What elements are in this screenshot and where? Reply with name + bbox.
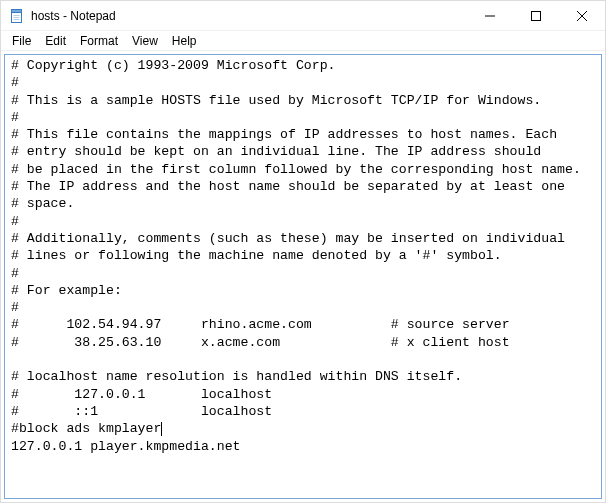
menu-edit[interactable]: Edit [38,32,73,50]
minimize-button[interactable] [467,1,513,30]
menu-file[interactable]: File [5,32,38,50]
close-button[interactable] [559,1,605,30]
maximize-button[interactable] [513,1,559,30]
svg-rect-6 [532,11,541,20]
notepad-icon [9,8,25,24]
menubar: File Edit Format View Help [1,31,605,51]
menu-help[interactable]: Help [165,32,204,50]
window-controls [467,1,605,30]
editor-area: # Copyright (c) 1993-2009 Microsoft Corp… [4,54,602,499]
window-title: hosts - Notepad [31,9,116,23]
titlebar[interactable]: hosts - Notepad [1,1,605,31]
menu-format[interactable]: Format [73,32,125,50]
text-caret [161,422,162,436]
menu-view[interactable]: View [125,32,165,50]
notepad-window: hosts - Notepad File Edit Format View He… [0,0,606,503]
text-editor[interactable]: # Copyright (c) 1993-2009 Microsoft Corp… [5,55,601,498]
editor-content-post: 127.0.0.1 player.kmpmedia.net [11,439,241,454]
editor-content-pre: # Copyright (c) 1993-2009 Microsoft Corp… [11,58,581,436]
svg-rect-1 [12,9,22,12]
